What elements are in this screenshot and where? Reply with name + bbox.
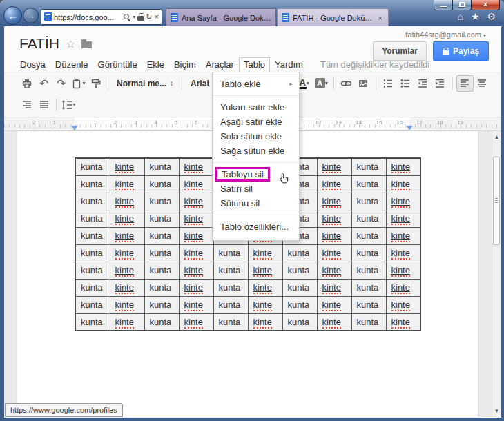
- menu-item-tablo-ekle[interactable]: Tablo ekle▸: [213, 77, 299, 91]
- table-cell[interactable]: kinte: [179, 227, 213, 244]
- account-menu[interactable]: fatih44srg@gmail.com ▾: [405, 30, 486, 39]
- table-cell[interactable]: kunta: [282, 262, 317, 279]
- paste-button[interactable]: ▾: [70, 75, 87, 92]
- table-cell[interactable]: kinte: [386, 244, 420, 262]
- table-cell[interactable]: kunta: [351, 193, 386, 210]
- table-cell[interactable]: kinte: [317, 313, 351, 331]
- table-cell[interactable]: kunta: [75, 193, 110, 210]
- table-cell[interactable]: kunta: [144, 279, 179, 296]
- paint-format-button[interactable]: [87, 75, 104, 92]
- table-cell[interactable]: kinte: [179, 210, 213, 227]
- table-cell[interactable]: kinte: [110, 227, 144, 244]
- styles-dropdown[interactable]: Normal me... ↕: [112, 79, 178, 88]
- menu-dosya[interactable]: Dosya: [15, 58, 50, 71]
- table-cell[interactable]: kunta: [213, 244, 248, 262]
- insert-image-button[interactable]: [355, 75, 372, 92]
- table-cell[interactable]: kunta: [282, 296, 317, 313]
- decrease-indent-button[interactable]: [414, 75, 432, 92]
- table-cell[interactable]: kunta: [351, 158, 386, 175]
- table-cell[interactable]: kunta: [144, 158, 179, 175]
- table-cell[interactable]: kinte: [317, 244, 351, 262]
- table-cell[interactable]: kunta: [144, 244, 179, 262]
- address-bar[interactable]: https://docs.goo... ▾ ↻ ×: [41, 9, 162, 25]
- table-cell[interactable]: kunta: [213, 279, 248, 296]
- table-cell[interactable]: kinte: [386, 158, 420, 175]
- table-cell[interactable]: kinte: [248, 279, 282, 296]
- table-cell[interactable]: kinte: [248, 313, 282, 331]
- menu-biçim[interactable]: Biçim: [169, 58, 201, 71]
- table-cell[interactable]: kinte: [110, 296, 144, 313]
- menu-item-tabloyu-sil[interactable]: Tabloyu sil: [213, 167, 299, 182]
- table-cell[interactable]: kunta: [282, 244, 317, 262]
- right-margin-marker[interactable]: [406, 126, 413, 130]
- table-cell[interactable]: kunta: [144, 262, 179, 279]
- undo-button[interactable]: ↶: [35, 75, 52, 92]
- insert-link-button[interactable]: [338, 75, 355, 92]
- table-cell[interactable]: kinte: [317, 227, 351, 244]
- search-icon[interactable]: [124, 14, 130, 21]
- table-cell[interactable]: kinte: [110, 313, 144, 331]
- table-cell[interactable]: kunta: [213, 262, 248, 279]
- close-button[interactable]: ×: [471, 0, 500, 10]
- table-cell[interactable]: kinte: [110, 279, 144, 296]
- table-cell[interactable]: kunta: [144, 175, 179, 193]
- scroll-up-icon[interactable]: ▲: [492, 134, 501, 140]
- back-button[interactable]: ←: [3, 6, 22, 25]
- table-cell[interactable]: kinte: [386, 210, 420, 227]
- font-dropdown[interactable]: Arial: [186, 79, 214, 88]
- align-center-button[interactable]: [474, 75, 491, 92]
- table-cell[interactable]: kunta: [282, 279, 317, 296]
- menu-item-sütunu-sil[interactable]: Sütunu sil: [213, 196, 299, 210]
- table-cell[interactable]: kinte: [386, 175, 420, 193]
- table-cell[interactable]: kunta: [75, 279, 110, 296]
- menu-araçlar[interactable]: Araçlar: [201, 58, 239, 71]
- menu-tablo[interactable]: Tablo: [239, 57, 270, 72]
- left-margin-marker[interactable]: [71, 126, 78, 130]
- stop-icon[interactable]: ×: [155, 13, 159, 21]
- table-cell[interactable]: kinte: [386, 262, 420, 279]
- home-icon[interactable]: ⌂: [457, 11, 463, 22]
- table-cell[interactable]: kunta: [75, 296, 110, 313]
- table-cell[interactable]: kunta: [213, 296, 248, 313]
- scroll-down-icon[interactable]: ▼: [492, 408, 501, 414]
- table-cell[interactable]: kunta: [351, 175, 386, 193]
- menu-yardım[interactable]: Yardım: [270, 58, 308, 71]
- table-cell[interactable]: kinte: [386, 227, 420, 244]
- table-cell[interactable]: kunta: [144, 313, 179, 331]
- table-cell[interactable]: kinte: [179, 313, 213, 331]
- increase-indent-button[interactable]: [432, 75, 449, 92]
- table-cell[interactable]: kinte: [386, 279, 420, 296]
- table-cell[interactable]: kinte: [317, 193, 351, 210]
- table-cell[interactable]: kinte: [179, 262, 213, 279]
- table-cell[interactable]: kunta: [144, 296, 179, 313]
- tab-ana-sayfa[interactable]: Ana Sayfa - Google Dokümanlar: [166, 8, 276, 26]
- favorites-star-icon[interactable]: ★: [471, 11, 480, 22]
- table-cell[interactable]: kinte: [179, 158, 213, 175]
- table-cell[interactable]: kinte: [317, 158, 351, 175]
- table-cell[interactable]: kinte: [317, 210, 351, 227]
- table-cell[interactable]: kunta: [351, 279, 386, 296]
- table-cell[interactable]: kinte: [317, 296, 351, 313]
- table-cell[interactable]: kunta: [351, 262, 386, 279]
- table-cell[interactable]: kunta: [351, 244, 386, 262]
- folder-icon[interactable]: [81, 41, 92, 48]
- table-cell[interactable]: kinte: [110, 210, 144, 227]
- align-right-button[interactable]: [18, 97, 35, 113]
- table-cell[interactable]: kunta: [351, 227, 386, 244]
- table-cell[interactable]: kunta: [144, 227, 179, 244]
- table-cell[interactable]: kunta: [75, 210, 110, 227]
- table-cell[interactable]: kunta: [282, 313, 317, 331]
- table-cell[interactable]: kunta: [213, 313, 248, 331]
- menu-düzenle[interactable]: Düzenle: [50, 58, 93, 71]
- table-cell[interactable]: kinte: [179, 296, 213, 313]
- document-title[interactable]: FATİH: [19, 35, 59, 52]
- table-cell[interactable]: kinte: [110, 175, 144, 193]
- forward-button[interactable]: →: [23, 8, 39, 23]
- scrollbar-thumb[interactable]: [493, 157, 500, 245]
- highlight-color-button[interactable]: A ▾: [313, 75, 330, 92]
- tab-close-icon[interactable]: ×: [377, 14, 384, 22]
- numbered-list-button[interactable]: [380, 75, 397, 92]
- menu-item-sağa-sütun-ekle[interactable]: Sağa sütun ekle: [213, 144, 299, 158]
- table-cell[interactable]: kunta: [75, 313, 110, 331]
- table-cell[interactable]: kinte: [317, 262, 351, 279]
